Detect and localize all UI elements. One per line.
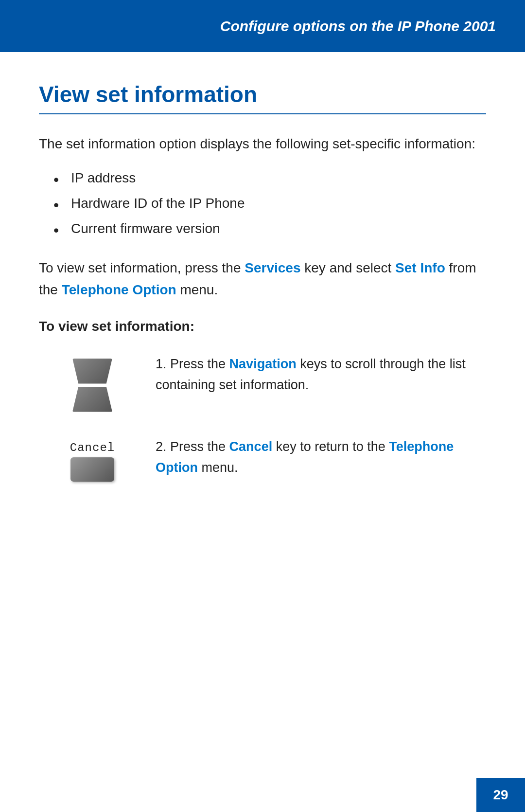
header-title: Configure options on the IP Phone 2001 [220,18,496,35]
nav-key-down-icon [72,387,112,412]
section-heading: To view set information: [39,319,486,334]
cancel-key-icon: Cancel [70,441,115,482]
page-title: View set information [39,81,486,114]
step-1-text-column: 1. Press the Navigation keys to scroll t… [146,354,486,396]
navigation-highlight: Navigation [229,357,297,371]
desc-text-before: To view set information, press the [39,260,245,275]
step-2-number: 2. [156,439,167,454]
footer: 29 [476,778,525,812]
step-2-icon-column: Cancel [39,436,146,482]
step-row-1: 1. Press the Navigation keys to scroll t… [39,354,486,412]
header-bar: Configure options on the IP Phone 2001 [0,0,525,52]
list-item: Hardware ID of the IP Phone [53,193,486,214]
step-1-before: Press the [170,357,229,371]
cancel-key-button-shape [70,457,114,482]
cancel-highlight: Cancel [229,439,273,454]
step-1-text: 1. Press the Navigation keys to scroll t… [156,354,486,396]
list-item: Current firmware version [53,218,486,239]
steps-container: 1. Press the Navigation keys to scroll t… [39,354,486,482]
telephone-option-link: Telephone Option [62,282,176,297]
intro-paragraph: The set information option displays the … [39,134,486,154]
cancel-key-label: Cancel [70,441,115,454]
set-info-link: Set Info [395,260,445,275]
step-row-2: Cancel 2. Press the Cancel key to return… [39,436,486,482]
step-2-text: 2. Press the Cancel key to return to the… [156,436,486,478]
step-2-text-column: 2. Press the Cancel key to return to the… [146,436,486,478]
main-content: View set information The set information… [0,52,525,521]
desc-text-between: key and select [301,260,396,275]
step-2-before: Press the [170,439,229,454]
step-2-after: menu. [198,460,238,475]
list-item: IP address [53,168,486,188]
navigation-keys-icon [72,359,112,412]
description-paragraph: To view set information, press the Servi… [39,257,486,301]
bullet-list: IP address Hardware ID of the IP Phone C… [53,168,486,239]
nav-key-up-icon [72,359,112,384]
step-1-icon-column [39,354,146,412]
step-1-number: 1. [156,357,167,371]
services-link: Services [245,260,300,275]
page-number: 29 [493,787,508,803]
desc-text-end: menu. [176,282,218,297]
step-2-middle: key to return to the [272,439,389,454]
